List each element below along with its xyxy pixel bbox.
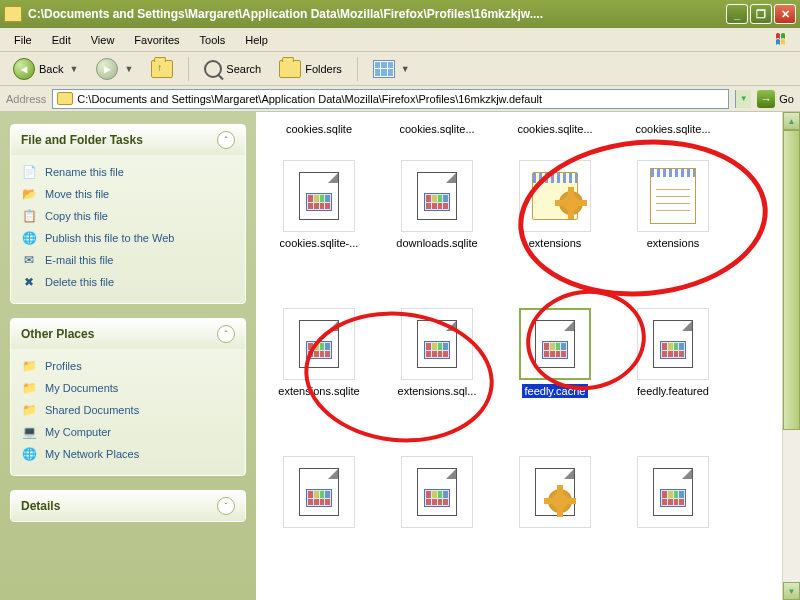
titlebar: C:\Documents and Settings\Margaret\Appli…	[0, 0, 800, 28]
minimize-button[interactable]: _	[726, 4, 748, 24]
file-item[interactable]	[496, 452, 614, 562]
menu-tools[interactable]: Tools	[190, 31, 236, 49]
close-button[interactable]: ✕	[774, 4, 796, 24]
delete-icon: ✖	[21, 274, 37, 290]
file-item[interactable]: cookies.sqlite...	[614, 118, 732, 144]
file-label: extensions.sql...	[395, 384, 480, 398]
document-icon	[299, 320, 339, 368]
task-delete[interactable]: ✖Delete this file	[21, 271, 235, 293]
menu-favorites[interactable]: Favorites	[124, 31, 189, 49]
file-label	[670, 532, 676, 534]
file-item[interactable]	[378, 452, 496, 562]
file-item[interactable]: feedly.cache	[496, 304, 614, 434]
file-thumbnail	[283, 160, 355, 232]
task-label: Move this file	[45, 188, 109, 200]
panel-header-details[interactable]: Details ˇ	[11, 491, 245, 521]
document-icon	[653, 468, 693, 516]
menu-view[interactable]: View	[81, 31, 125, 49]
notepad-icon	[650, 168, 696, 224]
file-item[interactable]	[614, 452, 732, 562]
file-item[interactable]: extensions.sqlite	[260, 304, 378, 434]
file-thumbnail	[401, 308, 473, 380]
panel-header-file-tasks[interactable]: File and Folder Tasks ˆ	[11, 125, 245, 155]
publish-icon: 🌐	[21, 230, 37, 246]
view-mode-button[interactable]: ▼	[366, 56, 417, 82]
file-item[interactable]: cookies.sqlite...	[378, 118, 496, 144]
back-button[interactable]: ◄ Back ▼	[6, 54, 85, 84]
file-label: cookies.sqlite...	[514, 122, 595, 136]
address-path: C:\Documents and Settings\Margaret\Appli…	[77, 93, 724, 105]
task-rename[interactable]: 📄Rename this file	[21, 161, 235, 183]
file-thumbnail	[283, 456, 355, 528]
maximize-button[interactable]: ❐	[750, 4, 772, 24]
file-item[interactable]: cookies.sqlite-...	[260, 156, 378, 286]
file-item[interactable]: cookies.sqlite	[260, 118, 378, 144]
scroll-down-button[interactable]: ▼	[783, 582, 800, 600]
email-icon: ✉	[21, 252, 37, 268]
vertical-scrollbar[interactable]: ▲ ▼	[782, 112, 800, 600]
file-label	[316, 532, 322, 534]
computer-icon: 💻	[21, 424, 37, 440]
rename-icon: 📄	[21, 164, 37, 180]
search-icon	[204, 60, 222, 78]
file-item[interactable]: extensions	[496, 156, 614, 286]
back-icon: ◄	[13, 58, 35, 80]
scroll-thumb[interactable]	[783, 130, 800, 430]
file-thumbnail	[519, 308, 591, 380]
file-item[interactable]: downloads.sqlite	[378, 156, 496, 286]
content-area: File and Folder Tasks ˆ 📄Rename this fil…	[0, 112, 800, 600]
panel-title: Other Places	[21, 327, 217, 341]
task-computer[interactable]: 💻My Computer	[21, 421, 235, 443]
task-label: Profiles	[45, 360, 82, 372]
task-publish[interactable]: 🌐Publish this file to the Web	[21, 227, 235, 249]
task-copy[interactable]: 📋Copy this file	[21, 205, 235, 227]
task-folder[interactable]: 📁My Documents	[21, 377, 235, 399]
forward-button[interactable]: ► ▼	[89, 54, 140, 84]
copy-icon: 📋	[21, 208, 37, 224]
file-item[interactable]: extensions	[614, 156, 732, 286]
menu-help[interactable]: Help	[235, 31, 278, 49]
file-label: cookies.sqlite...	[396, 122, 477, 136]
file-item[interactable]: cookies.sqlite...	[496, 118, 614, 144]
chevron-up-icon: ˆ	[217, 325, 235, 343]
up-button[interactable]: ↑	[144, 56, 180, 82]
address-dropdown[interactable]: ▼	[735, 90, 751, 108]
address-field[interactable]: C:\Documents and Settings\Margaret\Appli…	[52, 89, 729, 109]
task-label: Copy this file	[45, 210, 108, 222]
task-folder[interactable]: 📁Profiles	[21, 355, 235, 377]
scroll-up-button[interactable]: ▲	[783, 112, 800, 130]
task-folder[interactable]: 📁Shared Documents	[21, 399, 235, 421]
chevron-down-icon: ▼	[69, 64, 78, 74]
file-label: cookies.sqlite...	[632, 122, 713, 136]
file-label: cookies.sqlite-...	[277, 236, 362, 250]
folders-icon	[279, 60, 301, 78]
file-thumbnail	[519, 160, 591, 232]
chevron-down-icon: ˇ	[217, 497, 235, 515]
go-label: Go	[779, 93, 794, 105]
file-thumbnail	[401, 456, 473, 528]
menu-file[interactable]: File	[4, 31, 42, 49]
file-item[interactable]	[260, 452, 378, 562]
task-email[interactable]: ✉E-mail this file	[21, 249, 235, 271]
folder-icon: 📁	[21, 358, 37, 374]
task-network[interactable]: 🌐My Network Places	[21, 443, 235, 465]
file-item[interactable]: feedly.featured	[614, 304, 732, 434]
file-label: extensions	[526, 236, 585, 250]
file-item[interactable]: extensions.sql...	[378, 304, 496, 434]
task-move[interactable]: 📂Move this file	[21, 183, 235, 205]
chevron-down-icon: ▼	[124, 64, 133, 74]
panel-header-other-places[interactable]: Other Places ˆ	[11, 319, 245, 349]
search-button[interactable]: Search	[197, 56, 268, 82]
document-icon	[417, 172, 457, 220]
folders-button[interactable]: Folders	[272, 56, 349, 82]
menubar: File Edit View Favorites Tools Help	[0, 28, 800, 52]
address-label: Address	[6, 93, 46, 105]
chevron-up-icon: ˆ	[217, 131, 235, 149]
go-button[interactable]: → Go	[757, 90, 794, 108]
file-pane[interactable]: cookies.sqlitecookies.sqlite...cookies.s…	[256, 112, 800, 600]
document-icon	[299, 468, 339, 516]
file-label	[434, 532, 440, 534]
document-icon	[653, 320, 693, 368]
menu-edit[interactable]: Edit	[42, 31, 81, 49]
separator	[357, 57, 358, 81]
